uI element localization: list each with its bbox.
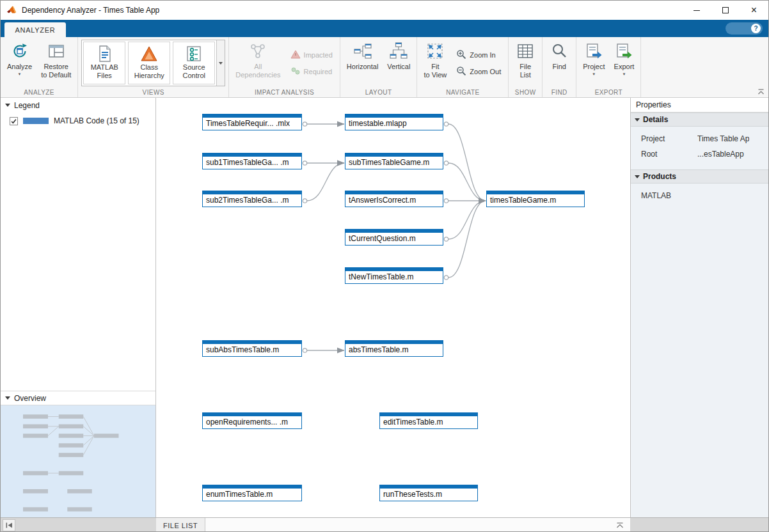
file-list-icon [516,42,535,61]
graph-node-timesTableGame[interactable]: timesTableGame.m [486,191,585,207]
property-value: ...esTableApp [697,150,744,159]
matlab-files-icon [95,44,114,63]
toolbar-group-show: File List SHOW [509,37,543,97]
graph-node-timestable[interactable]: timestable.mlapp [345,114,443,130]
file-list-tab[interactable]: FILE LIST [156,518,205,532]
app-window: Dependency Analyzer - Times Table App × … [0,0,769,532]
graph-node-tNewTimesTable[interactable]: tNewTimesTable.m [345,267,443,284]
impacted-icon [290,49,301,61]
graph-node-editTimesTable[interactable]: editTimesTable.m [379,412,478,429]
legend-checkbox[interactable] [10,117,18,125]
horizontal-layout-button[interactable]: Horizontal [343,39,383,87]
source-control-icon [184,44,203,63]
toolbar-group-find: Find FIND [543,37,576,97]
project-button[interactable]: Project ▼ [579,39,608,87]
bottom-right-cell [630,517,768,532]
overview-header[interactable]: Overview [1,391,155,405]
close-icon: × [751,5,757,15]
window-title: Dependency Analyzer - Times Table App [22,6,159,15]
help-button[interactable]: ? [725,22,763,35]
restore-to-default-button[interactable]: Restore to Default [37,39,75,87]
graph-node-sub2TimesTableGame[interactable]: sub2TimesTableGa... .m [202,191,302,207]
products-section-header[interactable]: Products [631,169,768,184]
all-dependencies-icon [248,42,267,61]
toolbar-group-analyze: Analyze ▼ Restore to Default [1,37,78,97]
file-list-bar: FILE LIST [156,517,630,532]
all-dependencies-button[interactable]: All Dependencies [232,39,284,87]
graph-node-tAnswerIsCorrect[interactable]: tAnswerIsCorrect.m [345,191,443,207]
toolstrip: Analyze ▼ Restore to Default [1,37,768,98]
property-name: Project [641,134,697,143]
dropdown-arrow-icon: ▼ [622,72,626,76]
collapse-toolstrip-icon[interactable] [757,89,765,95]
title-bar: Dependency Analyzer - Times Table App × [1,1,768,20]
toolbar-group-navigate: Fit to View [417,37,509,97]
group-label-views: VIEWS [78,89,228,96]
expand-file-list-icon[interactable] [616,518,630,532]
toolbar-group-export: Project ▼ Export ▼ EXP [576,37,641,97]
dropdown-arrow-icon: ▼ [592,72,596,76]
graph-node-tCurrentQuestion[interactable]: tCurrentQuestion.m [345,229,443,246]
properties-header: Properties [631,98,768,113]
file-list-button[interactable]: File List [511,39,539,87]
horizontal-layout-icon [353,42,372,61]
collapse-triangle-icon [5,104,10,107]
legend-header[interactable]: Legend [1,98,155,113]
impacted-button[interactable]: Impacted [290,49,333,61]
zoom-in-button[interactable]: Zoom In [456,49,501,61]
class-hierarchy-icon [139,44,159,63]
maximize-icon [722,7,729,13]
ribbon-tabstrip: ANALYZER ? [1,20,768,37]
class-hierarchy-button[interactable]: Class Hierarchy [128,42,170,84]
required-button[interactable]: Required [290,66,333,77]
group-label-impact-analysis: IMPACT ANALYSIS [229,89,340,96]
source-control-button[interactable]: Source Control [173,42,215,84]
graph-node-subTimesTableGame[interactable]: subTimesTableGame.m [345,153,443,169]
chevron-down-icon [219,62,223,65]
zoom-in-icon [456,49,466,61]
properties-panel: Properties Details Project Times Table A… [630,98,768,517]
fit-to-view-button[interactable]: Fit to View [420,39,450,87]
restore-default-icon [47,42,66,61]
overview-minimap[interactable] [1,405,155,517]
graph-node-sub1TimesTableGame[interactable]: sub1TimesTableGa... .m [202,153,302,169]
collapse-triangle-icon [635,118,640,121]
graph-node-subAbsTimesTable[interactable]: subAbsTimesTable.m [202,340,302,357]
toolbar-group-impact-analysis: All Dependencies Impacted [229,37,340,97]
details-section-header[interactable]: Details [631,113,768,127]
dependency-graph-canvas[interactable]: TimesTableRequir... .mlxtimestable.mlapp… [156,98,630,517]
analyze-label: Analyze [7,63,32,71]
minimize-button[interactable] [682,1,711,20]
collapse-triangle-icon [635,175,640,178]
graph-node-enumTimesTable[interactable]: enumTimesTable.m [202,485,302,501]
find-button[interactable]: Find [545,39,573,87]
fit-to-view-icon [425,42,445,61]
collapse-triangle-icon [5,396,10,400]
graph-node-openRequirements[interactable]: openRequirements... .m [202,412,302,429]
legend-color-swatch [23,118,49,124]
views-gallery-dropdown[interactable] [216,40,225,86]
export-button[interactable]: Export ▼ [610,39,638,87]
legend-item-label: MATLAB Code (15 of 15) [54,116,139,125]
graph-node-TimesTableRequirements[interactable]: TimesTableRequir... .mlx [202,114,302,130]
vertical-layout-button[interactable]: Vertical [383,39,414,87]
checkbox-checked-icon [10,117,17,125]
scroll-left-icon[interactable] [3,519,15,531]
overview-title: Overview [14,394,46,403]
group-label-show: SHOW [509,89,542,96]
graph-node-runTheseTests[interactable]: runTheseTests.m [379,485,478,501]
bottom-bar: FILE LIST [1,517,768,532]
analyze-button[interactable]: Analyze ▼ [3,39,36,87]
close-button[interactable]: × [740,1,768,20]
legend-item-matlab-code[interactable]: MATLAB Code (15 of 15) [1,116,155,125]
zoom-out-button[interactable]: Zoom Out [456,66,501,77]
maximize-button[interactable] [711,1,740,20]
toolbar-group-views: MATLAB Files Class Hierarchy [78,37,229,97]
zoom-out-icon [456,66,466,77]
graph-node-absTimesTable[interactable]: absTimesTable.m [345,340,443,357]
group-label-export: EXPORT [576,89,640,96]
matlab-files-button[interactable]: MATLAB Files [83,42,125,84]
tab-analyzer[interactable]: ANALYZER [4,22,66,37]
bottom-left-cell [1,517,156,532]
dropdown-arrow-icon: ▼ [18,72,22,76]
